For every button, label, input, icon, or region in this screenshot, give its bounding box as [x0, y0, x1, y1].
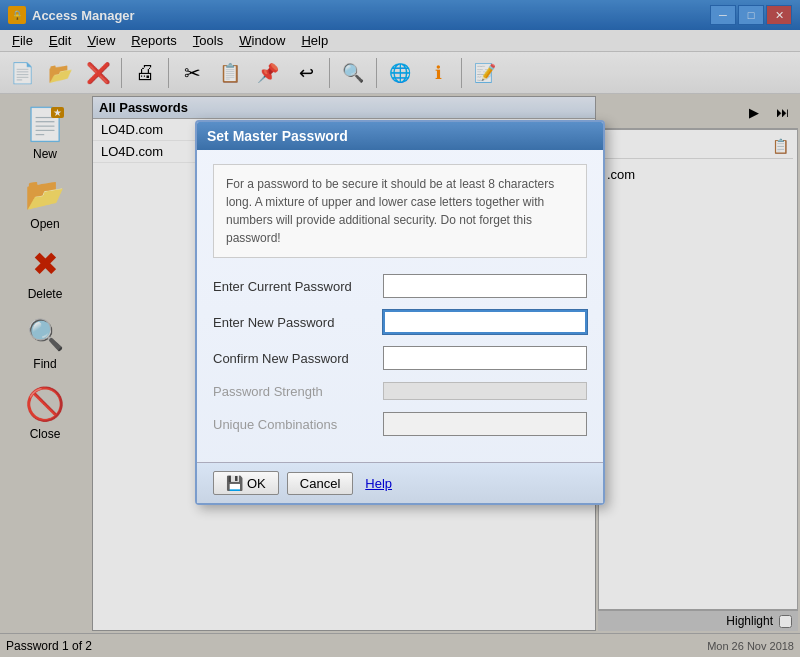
unique-combinations-input[interactable]: 1: [383, 412, 587, 436]
confirm-password-field: Confirm New Password: [213, 346, 587, 370]
cancel-button[interactable]: Cancel: [287, 472, 353, 495]
current-password-input[interactable]: [383, 274, 587, 298]
ok-label: OK: [247, 476, 266, 491]
password-strength-label: Password Strength: [213, 384, 383, 399]
save-icon: 💾: [226, 475, 243, 491]
dialog-overlay: Set Master Password For a password to be…: [0, 0, 800, 657]
new-password-input[interactable]: [383, 310, 587, 334]
password-strength-bar: [383, 382, 587, 400]
help-link[interactable]: Help: [361, 473, 396, 494]
dialog-footer: 💾 OK Cancel Help: [197, 462, 603, 503]
new-password-label: Enter New Password: [213, 315, 383, 330]
current-password-field: Enter Current Password: [213, 274, 587, 298]
ok-button[interactable]: 💾 OK: [213, 471, 279, 495]
dialog-title: Set Master Password: [197, 122, 603, 150]
help-label: Help: [365, 476, 392, 491]
confirm-password-input[interactable]: [383, 346, 587, 370]
dialog-body: For a password to be secure it should be…: [197, 150, 603, 462]
dialog-info-text: For a password to be secure it should be…: [213, 164, 587, 258]
unique-combinations-label: Unique Combinations: [213, 417, 383, 432]
cancel-label: Cancel: [300, 476, 340, 491]
new-password-field: Enter New Password: [213, 310, 587, 334]
current-password-label: Enter Current Password: [213, 279, 383, 294]
set-master-password-dialog: Set Master Password For a password to be…: [195, 120, 605, 505]
password-strength-field: Password Strength: [213, 382, 587, 400]
unique-combinations-field: Unique Combinations 1: [213, 412, 587, 436]
confirm-password-label: Confirm New Password: [213, 351, 383, 366]
